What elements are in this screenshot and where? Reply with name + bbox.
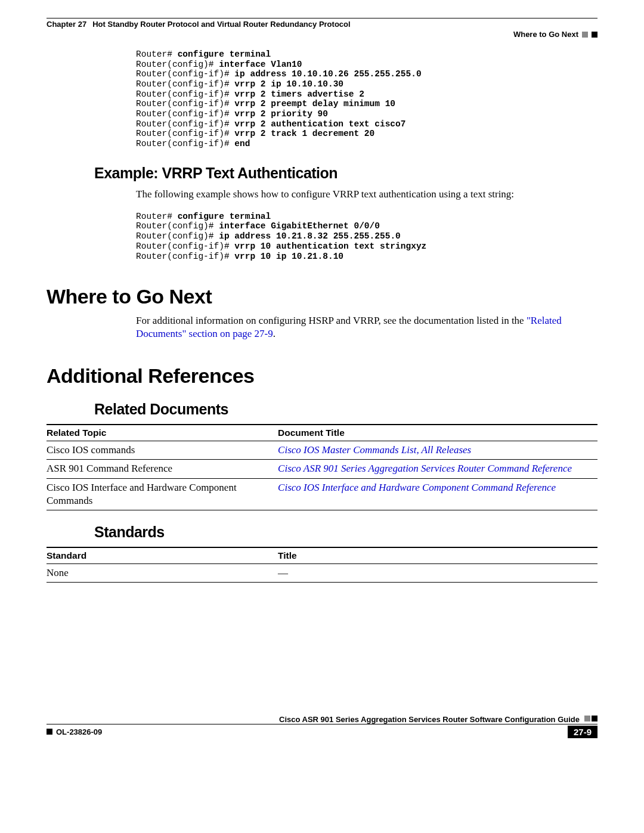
cell-standard: None xyxy=(47,563,278,582)
footer-doc-id: OL-23826-09 xyxy=(56,727,102,736)
footer-guide-title: Cisco ASR 901 Series Aggregation Service… xyxy=(47,714,584,724)
heading-example-vrrp-auth: Example: VRRP Text Authentication xyxy=(94,165,597,182)
chapter-number: Chapter 27 xyxy=(47,20,86,29)
paragraph-where: For additional information on configurin… xyxy=(136,314,597,340)
chapter-title: Hot Standby Router Protocol and Virtual … xyxy=(92,20,350,29)
page-header: Chapter 27 Hot Standby Router Protocol a… xyxy=(47,20,597,29)
heading-standards: Standards xyxy=(94,524,597,541)
code-block-vrrp-auth: Router# configure terminal Router(config… xyxy=(136,212,597,261)
heading-additional-references: Additional References xyxy=(47,364,597,388)
cell-topic: ASR 901 Command Reference xyxy=(47,460,278,478)
table-row: None — xyxy=(47,563,597,582)
link-doc-title[interactable]: Cisco IOS Interface and Hardware Compone… xyxy=(278,482,556,493)
link-doc-title[interactable]: Cisco ASR 901 Series Aggregation Service… xyxy=(278,463,572,474)
heading-where-to-go-next: Where to Go Next xyxy=(47,285,597,308)
decoration-square-icon xyxy=(592,716,597,721)
col-header-document-title: Document Title xyxy=(278,425,597,441)
page-footer: Cisco ASR 901 Series Aggregation Service… xyxy=(47,714,597,738)
link-doc-title[interactable]: Cisco IOS Master Commands List, All Rele… xyxy=(278,444,471,456)
table-row: Cisco IOS commands Cisco IOS Master Comm… xyxy=(47,441,597,460)
table-row: ASR 901 Command Reference Cisco ASR 901 … xyxy=(47,460,597,478)
cell-topic: Cisco IOS Interface and Hardware Compone… xyxy=(47,478,278,510)
paragraph-example-intro: The following example shows how to confi… xyxy=(136,188,597,201)
heading-related-documents: Related Documents xyxy=(94,401,597,418)
table-related-documents: Related Topic Document Title Cisco IOS c… xyxy=(47,424,597,510)
section-name: Where to Go Next xyxy=(513,30,578,39)
col-header-standard: Standard xyxy=(47,547,278,564)
page-number: 27-9 xyxy=(568,726,597,738)
decoration-square-icon xyxy=(47,729,52,735)
code-block-vrrp-config: Router# configure terminal Router(config… xyxy=(136,49,597,149)
cell-title: — xyxy=(278,563,597,582)
col-header-related-topic: Related Topic xyxy=(47,425,278,441)
decoration-square-icon xyxy=(584,716,590,721)
table-standards: Standard Title None — xyxy=(47,547,597,583)
decoration-square-icon xyxy=(592,32,597,38)
decoration-square-icon xyxy=(582,32,588,38)
cell-topic: Cisco IOS commands xyxy=(47,441,278,460)
table-row: Cisco IOS Interface and Hardware Compone… xyxy=(47,478,597,510)
col-header-title: Title xyxy=(278,547,597,564)
